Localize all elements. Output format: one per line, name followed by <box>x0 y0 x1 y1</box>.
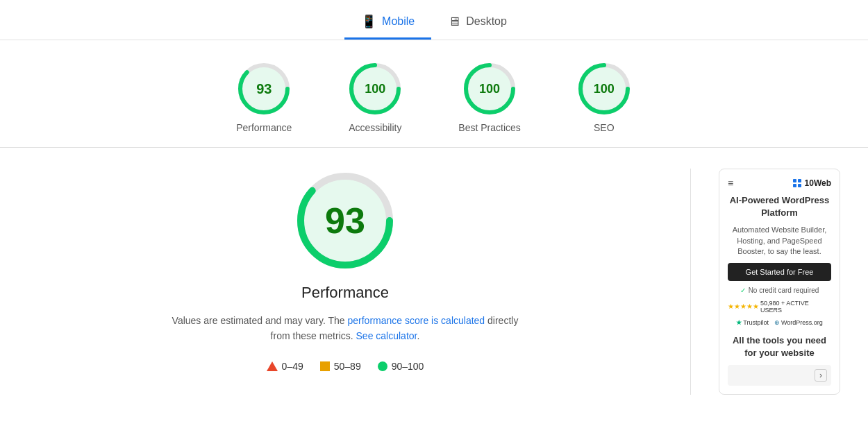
score-label-performance: Performance <box>236 122 292 133</box>
svg-rect-11 <box>798 179 801 182</box>
10web-logo-icon <box>792 178 802 188</box>
legend-red: 0–49 <box>267 361 303 372</box>
desc-period: . <box>417 330 419 341</box>
tab-mobile[interactable]: 📱 Mobile <box>344 7 431 40</box>
svg-rect-12 <box>793 184 796 187</box>
tab-desktop-label: Desktop <box>466 15 507 28</box>
mobile-icon: 📱 <box>361 14 376 29</box>
stars-icon: ★★★★★ <box>728 302 759 310</box>
legend-green-range: 90–100 <box>392 361 424 372</box>
tab-desktop[interactable]: 🖥 Desktop <box>431 7 524 40</box>
score-value-performance: 93 <box>256 81 272 97</box>
score-seo: 100 SEO <box>576 61 632 133</box>
legend: 0–49 50–89 90–100 <box>267 361 424 372</box>
score-circle-best-practices: 100 <box>462 61 517 117</box>
score-circle-accessibility: 100 <box>347 61 403 117</box>
wordpress-text: WordPress.org <box>781 319 823 326</box>
red-triangle-icon <box>267 361 278 371</box>
tabs-container: 📱 Mobile 🖥 Desktop <box>0 0 868 40</box>
left-panel: 93 Performance Values are estimated and … <box>28 169 662 395</box>
ad-title: AI-Powered WordPress Platform <box>728 194 831 219</box>
tab-mobile-label: Mobile <box>382 15 415 28</box>
svg-rect-10 <box>793 179 796 182</box>
performance-title: Performance <box>301 284 389 302</box>
legend-green: 90–100 <box>378 361 424 372</box>
scores-row: 93 Performance 100 Accessibility 100 Bes… <box>0 40 868 148</box>
score-value-best-practices: 100 <box>479 82 500 96</box>
trustpilot-block: ★★★★★ 50,980 + ACTIVE USERS <box>728 300 831 314</box>
arrow-right-icon[interactable]: › <box>815 369 827 382</box>
legend-red-range: 0–49 <box>282 361 303 372</box>
wordpress-label: ⊕ WordPress.org <box>774 319 823 326</box>
ad-logo: 10Web <box>792 178 831 188</box>
desc-before-link: Values are estimated and may vary. The <box>172 315 348 326</box>
user-count: 50,980 + ACTIVE USERS <box>760 300 831 314</box>
vertical-divider <box>690 169 691 395</box>
score-accessibility: 100 Accessibility <box>347 61 403 133</box>
score-label-accessibility: Accessibility <box>349 122 401 133</box>
ad-brand-name: 10Web <box>805 178 831 188</box>
score-best-practices: 100 Best Practices <box>458 61 520 133</box>
score-value-accessibility: 100 <box>365 82 385 96</box>
ad-bottom-image: › <box>728 365 831 386</box>
ad-header: ≡ 10Web <box>728 178 831 189</box>
score-circle-seo: 100 <box>576 61 632 117</box>
trustpilot-label: ★ Trustpilot <box>736 319 769 326</box>
hamburger-icon[interactable]: ≡ <box>728 178 733 189</box>
ad-cta-button[interactable]: Get Started for Free <box>728 263 831 281</box>
ad-subtitle: Automated Website Builder, Hosting, and … <box>728 225 831 257</box>
ad-panel: ≡ 10Web AI-Powered WordPress Platform Au… <box>719 169 840 395</box>
legend-orange: 50–89 <box>320 361 361 372</box>
score-label-seo: SEO <box>594 122 615 133</box>
ad-no-card-text: ✓ No credit card required <box>728 287 831 294</box>
ad-trust-row: ★★★★★ 50,980 + ACTIVE USERS <box>728 300 831 314</box>
ad-trust-logos: ★ Trustpilot ⊕ WordPress.org <box>728 319 831 326</box>
description-text: Values are estimated and may vary. The p… <box>172 313 519 344</box>
legend-orange-range: 50–89 <box>334 361 361 372</box>
score-circle-performance: 93 <box>236 61 292 117</box>
score-value-seo: 100 <box>594 82 615 96</box>
checkmark-icon: ✓ <box>740 287 746 294</box>
ad-section-title: All the tools you need for your website <box>728 334 831 359</box>
calculator-link[interactable]: See calculator <box>356 330 417 341</box>
orange-square-icon <box>320 361 330 371</box>
big-score-circle: 93 <box>293 169 397 273</box>
desktop-icon: 🖥 <box>448 15 460 29</box>
no-card-label: No credit card required <box>749 287 819 294</box>
wordpress-wp-icon: ⊕ <box>774 319 780 326</box>
trustpilot-text: Trustpilot <box>743 319 769 326</box>
perf-score-link[interactable]: performance score is calculated <box>348 315 485 326</box>
main-content: 93 Performance Values are estimated and … <box>0 148 868 416</box>
big-score-value: 93 <box>325 200 365 241</box>
svg-rect-13 <box>798 184 801 187</box>
score-performance: 93 Performance <box>236 61 292 133</box>
trustpilot-tp-icon: ★ <box>736 319 742 326</box>
score-label-best-practices: Best Practices <box>458 122 520 133</box>
green-circle-icon <box>378 361 387 371</box>
